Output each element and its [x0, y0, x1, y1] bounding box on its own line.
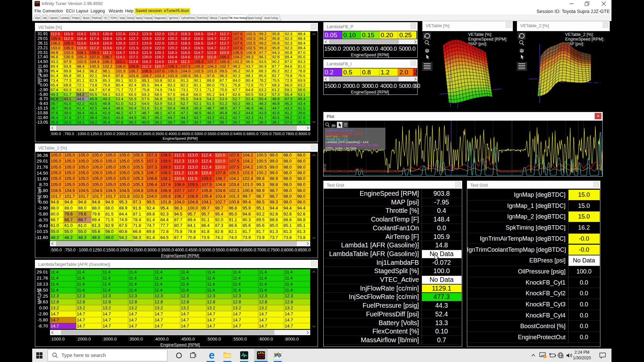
svg-text:Gear: Gear	[120, 17, 125, 19]
svg-text:Protect: Protect	[72, 17, 79, 19]
svg-text:Launch: Launch	[220, 17, 228, 19]
svg-text:00:00: 00:00	[323, 164, 327, 171]
svg-text:Diagnostics: Diagnostics	[154, 17, 167, 19]
svg-text:Spark Tuning: Spark Tuning	[248, 17, 261, 19]
svg-text:CylFuelTrims: CylFuelTrims	[181, 17, 195, 19]
svg-text:Injector: Injector	[50, 17, 58, 19]
svg-text:Start: Start	[35, 17, 40, 19]
svg-text:VE: Fuel Tuning: VE: Fuel Tuning	[229, 17, 247, 19]
svg-text:TC: TC	[104, 17, 107, 19]
svg-text:FuelTrims: FuelTrims	[197, 17, 208, 19]
svg-text:11:06: 11:06	[559, 164, 563, 171]
svg-text:Lambda: Lambda	[61, 17, 69, 19]
svg-text:FlexFuel: FlexFuel	[92, 17, 101, 19]
svg-text:Nitrous: Nitrous	[210, 17, 218, 19]
svg-text:TCPin: TCPin	[110, 17, 117, 19]
svg-text:Boost: Boost	[83, 17, 89, 19]
svg-text:Accel Tuning: Accel Tuning	[264, 17, 278, 19]
svg-text:Knock: Knock	[127, 17, 134, 19]
svg-text:05:33: 05:33	[451, 164, 454, 171]
svg-text:Outputs: Outputs	[144, 17, 153, 19]
svg-text:Inputs: Inputs	[136, 17, 143, 19]
svg-text:Idle: Idle	[43, 17, 47, 19]
svg-text:IgnTrims: IgnTrims	[169, 17, 178, 19]
